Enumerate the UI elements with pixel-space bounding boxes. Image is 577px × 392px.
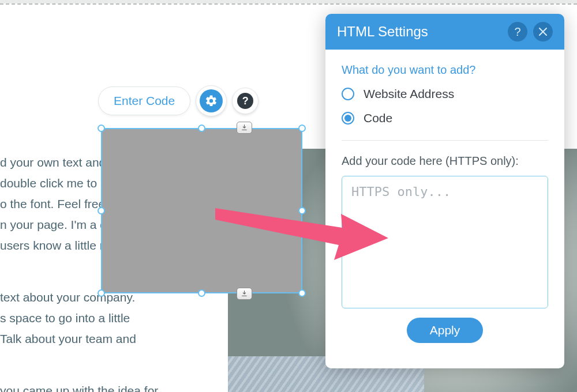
gear-icon [200,89,223,112]
resize-handle-tl[interactable] [98,125,105,132]
element-context-toolbar: Enter Code ? [98,85,258,116]
resize-handle-bl[interactable] [98,289,105,297]
resize-handle-tr[interactable] [298,125,306,132]
download-icon [241,124,248,131]
panel-body: What do you want to add? Website Address… [325,50,564,368]
enter-code-button[interactable]: Enter Code [98,86,190,115]
divider [342,140,548,141]
code-field-label: Add your code here (HTTPS only): [342,154,548,168]
resize-handle-br[interactable] [298,289,306,297]
panel-title: HTML Settings [337,24,502,40]
panel-header: HTML Settings ? [325,14,564,50]
radio-icon [342,88,354,100]
padding-handle-bottom[interactable] [237,288,252,300]
bg-text-line: Talk about your team and [0,329,136,349]
bg-text-line: you came up with the idea for [0,380,158,392]
apply-button[interactable]: Apply [407,318,484,343]
close-icon [539,28,547,36]
panel-close-button[interactable] [533,22,553,42]
enter-code-label: Enter Code [114,94,175,108]
radio-website-address[interactable]: Website Address [342,87,548,101]
code-textarea[interactable] [342,176,548,308]
panel-help-button[interactable]: ? [508,22,527,42]
radio-icon [342,112,354,125]
download-icon [241,290,248,297]
radio-label: Code [364,111,392,125]
resize-handle-ml[interactable] [98,207,105,214]
apply-label: Apply [430,323,460,337]
resize-handle-tm[interactable] [198,125,205,132]
top-dashed-rule [0,3,577,5]
resize-handle-bm[interactable] [198,289,205,297]
padding-handle-top[interactable] [237,122,252,134]
resize-handle-mr[interactable] [298,207,306,214]
radio-label: Website Address [364,87,454,101]
bg-text-line: s space to go into a little [0,308,130,329]
settings-button[interactable] [196,85,227,116]
section-label: What do you want to add? [342,63,548,77]
html-settings-panel: HTML Settings ? What do you want to add?… [325,14,564,368]
selected-html-element[interactable] [101,128,302,293]
question-icon: ? [514,25,520,39]
panel-footer: Apply [342,308,548,355]
question-icon: ? [237,93,253,109]
radio-code[interactable]: Code [342,111,548,125]
help-button[interactable]: ? [232,88,258,114]
